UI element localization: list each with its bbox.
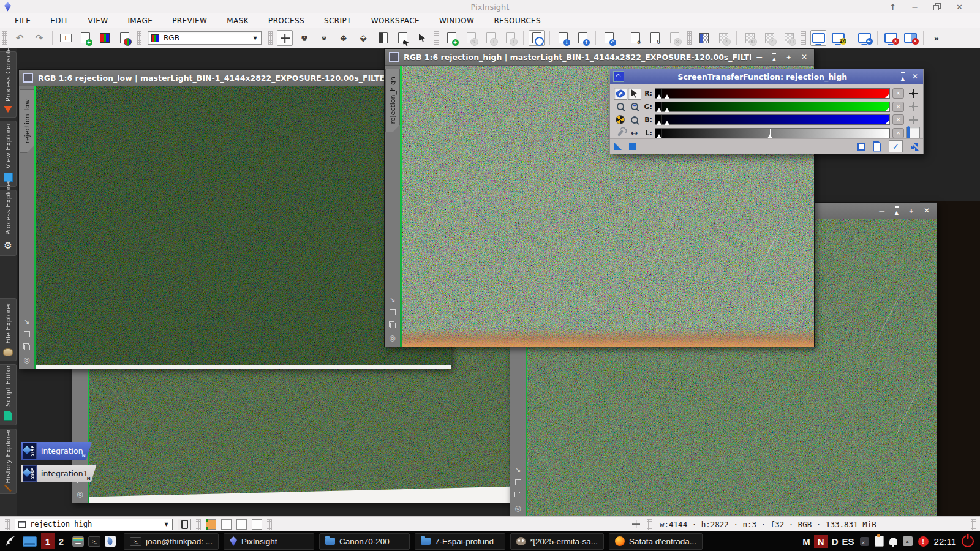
resize-corner-icon[interactable]	[390, 296, 395, 303]
clone-image-icon[interactable]	[502, 30, 518, 46]
dropdown-arrow-icon[interactable]	[160, 519, 172, 530]
restore-button[interactable]	[933, 3, 941, 10]
load-image-icon[interactable]	[575, 30, 590, 46]
app-titlebar[interactable]: PixInsight	[0, 0, 980, 14]
workspace-swatch-active[interactable]	[206, 519, 216, 530]
clipboard-tray-icon[interactable]	[875, 536, 884, 547]
window-zoom-icon[interactable]	[908, 207, 914, 214]
menu-script[interactable]: SCRIPT	[314, 17, 361, 25]
view-selector-dropdown[interactable]: rejection_high	[15, 519, 173, 530]
indicator-es[interactable]: ES	[842, 536, 854, 547]
window-minimize-icon[interactable]	[756, 53, 763, 61]
redo-icon[interactable]: ↷	[31, 30, 47, 46]
toolbar-drag-handle[interactable]	[268, 31, 273, 45]
toolbar-drag-handle[interactable]	[5, 519, 10, 530]
eject-tray-icon[interactable]	[903, 536, 913, 546]
channel-selector-dropdown[interactable]: RGB	[148, 31, 262, 45]
workspace-swatch[interactable]	[236, 519, 247, 530]
target-icon[interactable]	[909, 89, 918, 98]
duplicate-image-icon[interactable]	[483, 30, 499, 46]
sidebar-tab-process-explorer[interactable]: Process Explorer	[0, 190, 17, 256]
toolbar-drag-handle[interactable]	[687, 31, 692, 45]
stf-slider-handle[interactable]	[657, 121, 662, 125]
target-icon[interactable]	[909, 116, 918, 124]
stf-slider-handle[interactable]	[665, 94, 669, 99]
zoom-expand-icon[interactable]	[296, 30, 312, 46]
stf-browse-doc-icon[interactable]	[873, 141, 881, 152]
stf-stop-icon[interactable]	[629, 143, 636, 150]
stf-gradient-slider[interactable]	[655, 114, 890, 125]
edit-preview-icon[interactable]	[394, 30, 410, 46]
sidebar-tab-file-explorer[interactable]: File Explorer	[0, 298, 17, 361]
indicator-n[interactable]: N	[814, 535, 828, 548]
stf-reset-channel-button[interactable]	[892, 114, 904, 125]
toolbar-drag-handle[interactable]	[971, 519, 976, 530]
toolbar-drag-handle[interactable]	[196, 519, 201, 530]
stf-slider-handle[interactable]	[665, 121, 669, 125]
cascade-icon[interactable]	[389, 321, 396, 328]
apply-stf-icon[interactable]	[856, 30, 872, 46]
menu-view[interactable]: VIEW	[78, 17, 118, 25]
show-mask-icon[interactable]	[696, 30, 712, 46]
stf-slider-handle[interactable]	[657, 108, 662, 112]
alert-tray-icon[interactable]	[918, 536, 929, 547]
extract-channels-icon[interactable]	[116, 30, 132, 46]
indicator-m[interactable]: M	[802, 536, 810, 547]
track-view-icon[interactable]	[277, 30, 293, 46]
open-image-icon[interactable]	[529, 30, 545, 46]
new-window-icon[interactable]	[77, 30, 93, 46]
power-button-icon[interactable]	[962, 535, 974, 547]
stf-new-instance-icon[interactable]	[858, 143, 865, 151]
view-selector-strip[interactable]: rejection_high	[385, 66, 400, 347]
taskbar-button[interactable]: 7-Espai-profund	[415, 533, 505, 550]
new-preview-icon[interactable]	[375, 30, 391, 46]
image-properties-icon[interactable]	[627, 30, 643, 46]
toolbar-drag-handle[interactable]	[137, 31, 141, 45]
invert-mask-icon[interactable]	[742, 30, 758, 46]
stf-track-icon[interactable]	[614, 143, 622, 150]
dropdown-arrow-icon[interactable]	[249, 32, 261, 44]
keep-above-icon[interactable]	[889, 3, 896, 11]
taskbar-button[interactable]: *[2025-ermita-sa...	[510, 533, 604, 550]
menu-workspace[interactable]: WORKSPACE	[361, 17, 429, 25]
view-selector-strip[interactable]: rejection_low	[19, 86, 34, 369]
stf-gradient-slider[interactable]	[655, 128, 890, 138]
stf-zoom-in-button[interactable]	[627, 100, 641, 114]
close-button[interactable]	[956, 3, 963, 11]
editor-launcher-icon[interactable]	[105, 536, 116, 547]
center-view-icon[interactable]	[355, 30, 371, 46]
minimize-button[interactable]	[911, 3, 918, 11]
reset-split-icon[interactable]	[902, 30, 918, 46]
stf-reset-channel-button[interactable]	[892, 128, 904, 138]
stf-slider-handle[interactable]	[657, 134, 662, 138]
toolbar-drag-handle[interactable]	[2, 31, 7, 45]
menu-window[interactable]: WINDOW	[429, 17, 484, 25]
window-minimize-icon[interactable]	[878, 206, 886, 215]
stf-gradient-slider[interactable]	[655, 102, 890, 112]
show-desktop-icon[interactable]	[23, 536, 37, 547]
center-image-icon[interactable]	[514, 504, 521, 512]
resize-corner-icon[interactable]	[515, 467, 521, 473]
indicator-d[interactable]: D	[832, 536, 839, 547]
pan-icon[interactable]	[336, 30, 352, 46]
workspace-button-2[interactable]: 2	[55, 533, 68, 549]
view-list-button[interactable]	[178, 519, 191, 530]
toolbar-drag-handle[interactable]	[647, 519, 652, 530]
window-shade-icon[interactable]	[772, 53, 776, 62]
stf-autostretch-button[interactable]	[613, 113, 627, 127]
stf-setup-button[interactable]	[613, 127, 627, 140]
window-close-icon[interactable]	[801, 53, 807, 61]
save-image-icon[interactable]	[555, 30, 571, 46]
rgb-image-icon[interactable]	[97, 30, 113, 46]
window-shade-icon[interactable]	[895, 206, 899, 216]
menu-preview[interactable]: PREVIEW	[162, 17, 217, 25]
taskbar-button[interactable]: PixInsight	[224, 533, 314, 550]
workspace-swatch[interactable]	[221, 519, 232, 530]
toolbar-drag-handle[interactable]	[267, 519, 272, 530]
window-manager-logo-icon[interactable]	[4, 534, 18, 548]
notification-bell-icon[interactable]	[889, 538, 897, 545]
menu-mask[interactable]: MASK	[217, 17, 258, 25]
workspace-button-1[interactable]: 1	[41, 533, 55, 549]
stf-close-icon[interactable]	[912, 73, 918, 80]
menu-image[interactable]: IMAGE	[118, 17, 162, 25]
